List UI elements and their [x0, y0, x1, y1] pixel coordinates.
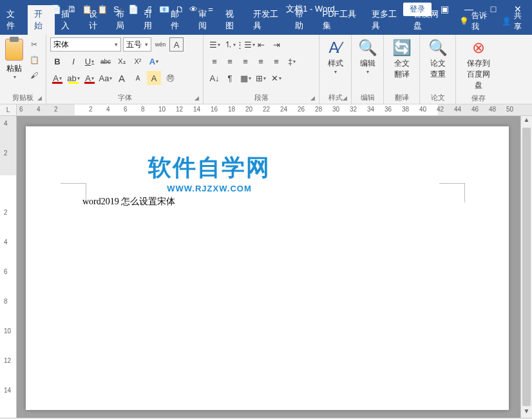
ruler-area: L 64224681012141618202224262830323436384… [0, 104, 532, 116]
sort-button[interactable]: A↓ [207, 71, 222, 85]
scroll-down-button[interactable]: ▼ [521, 407, 532, 418]
ruler-corner[interactable]: L [0, 104, 17, 116]
editing-group-label: 编辑 [356, 92, 379, 102]
shrink-font-button[interactable]: A [131, 71, 145, 85]
styles-icon: A⁄ [328, 39, 341, 57]
group-translate: 🔄 全文翻译 翻译 [384, 35, 420, 104]
watermark-url: WWW.RJZXW.COM [148, 184, 271, 193]
justify-button[interactable]: ≡ [254, 54, 268, 68]
document-page: 软件自学网 WWW.RJZXW.COM word2019 怎么设置宋体 [26, 126, 509, 410]
align-left-button[interactable]: ≡ [207, 54, 222, 68]
cut-button[interactable]: ✂ [27, 37, 41, 52]
styles-dialog-launcher[interactable]: ◢ [343, 95, 347, 101]
grow-font-button[interactable]: A [115, 71, 129, 85]
vertical-ruler[interactable]: 422468101214 [0, 116, 17, 418]
save-to-netdisk-button[interactable]: ⊗ 保存到百度网盘 [460, 37, 497, 92]
multilevel-list-button[interactable]: ⋮☰▾ [238, 37, 252, 52]
tab-help[interactable]: 帮助 [289, 5, 316, 35]
tab-developer[interactable]: 开发工具 [247, 5, 289, 35]
decrease-indent-button[interactable]: ⇤ [254, 37, 268, 52]
clipboard-dialog-launcher[interactable]: ◢ [37, 95, 42, 101]
group-paragraph: ☰▾ ⒈▾ ⋮☰▾ ⇤ ⇥ ≡ ≡ ≡ ≡ ≡ ‡▾ A↓ ¶ ▦▾ ⊞▾ ✕▾ [204, 35, 319, 104]
watermark-title: 软件自学网 [148, 152, 271, 184]
text-effects-button[interactable]: A▾ [147, 54, 161, 68]
clipboard-label: 剪贴板◢ [4, 92, 42, 102]
tab-references[interactable]: 引用 [137, 5, 165, 35]
watermark: 软件自学网 WWW.RJZXW.COM [148, 152, 271, 193]
borders-button[interactable]: ⊞▾ [254, 71, 268, 85]
phonetic-guide-button[interactable]: wén [153, 37, 167, 52]
document-viewport[interactable]: 软件自学网 WWW.RJZXW.COM word2019 怎么设置宋体 [17, 116, 520, 418]
show-marks-button[interactable]: ¶ [223, 71, 237, 85]
thesis-group-label: 论文 [424, 92, 451, 102]
paste-button[interactable]: 粘贴 ▾ [4, 37, 24, 81]
translate-button[interactable]: 🔄 全文翻译 [388, 37, 415, 81]
align-center-button[interactable]: ≡ [223, 54, 237, 68]
translate-group-label: 翻译 [388, 92, 415, 102]
font-color2-button[interactable]: A▾ [50, 71, 64, 85]
superscript-button[interactable]: X² [131, 54, 145, 68]
char-border-button[interactable]: A [169, 37, 184, 52]
tab-insert[interactable]: 插入 [55, 5, 82, 35]
font-group-label: 字体◢ [50, 92, 199, 102]
group-thesis: 🔍 论文查重 论文 [420, 35, 456, 104]
share-button[interactable]: 👤共享 [495, 8, 532, 35]
highlight-button[interactable]: ab▾ [66, 71, 81, 85]
tab-design[interactable]: 设计 [82, 5, 110, 35]
tab-baidu-netdisk[interactable]: 百度网盘 [407, 5, 449, 35]
thesis-icon: 🔍 [428, 39, 448, 57]
tab-pdf-tools[interactable]: PDF工具集 [316, 5, 365, 35]
tab-home[interactable]: 开始 [28, 5, 55, 35]
asian-layout-button[interactable]: ✕▾ [269, 71, 283, 85]
workspace: 422468101214 软件自学网 WWW.RJZXW.COM word201… [0, 116, 532, 418]
scroll-thumb[interactable] [522, 128, 531, 406]
ribbon: 粘贴 ▾ ✂ 📋 🖌 剪贴板◢ 宋体▾ 五号▾ wén A B I U▾ [0, 35, 532, 104]
copy-button[interactable]: 📋 [27, 53, 41, 67]
line-spacing-button[interactable]: ‡▾ [285, 54, 299, 68]
paragraph-group-label: 段落◢ [207, 92, 315, 102]
vertical-scrollbar[interactable]: ▲ ▼ [520, 116, 532, 418]
font-name-combo[interactable]: 宋体▾ [50, 37, 121, 52]
tab-view[interactable]: 视图 [219, 5, 247, 35]
group-clipboard: 粘贴 ▾ ✂ 📋 🖌 剪贴板◢ [0, 35, 46, 104]
netdisk-icon: ⊗ [472, 39, 485, 57]
tab-layout[interactable]: 布局 [109, 5, 137, 35]
font-dialog-launcher[interactable]: ◢ [195, 95, 199, 101]
change-case-button[interactable]: Aa▾ [99, 71, 113, 85]
document-text[interactable]: word2019 怎么设置宋体 [82, 196, 175, 208]
italic-button[interactable]: I [66, 54, 81, 68]
shading-button[interactable]: ▦▾ [238, 71, 252, 85]
paragraph-dialog-launcher[interactable]: ◢ [310, 95, 315, 101]
scroll-up-button[interactable]: ▲ [521, 116, 532, 126]
styles-button[interactable]: A⁄ 样式 ▾ [324, 37, 347, 76]
margin-marker-tr [439, 183, 465, 202]
align-right-button[interactable]: ≡ [238, 54, 252, 68]
tab-more-tools[interactable]: 更多工具 [365, 5, 407, 35]
enclose-char-button[interactable]: ㉄ [163, 71, 177, 85]
font-color-button[interactable]: A▾ [82, 71, 97, 85]
font-size-combo[interactable]: 五号▾ [123, 37, 151, 52]
subscript-button[interactable]: X₂ [115, 54, 129, 68]
format-painter-button[interactable]: 🖌 [27, 68, 41, 83]
increase-indent-button[interactable]: ⇥ [269, 37, 283, 52]
distributed-button[interactable]: ≡ [269, 54, 283, 68]
bold-button[interactable]: B [50, 54, 64, 68]
group-font: 宋体▾ 五号▾ wén A B I U▾ abc X₂ X² A▾ A▾ ab▾… [46, 35, 204, 104]
tab-review[interactable]: 审阅 [192, 5, 220, 35]
group-styles: A⁄ 样式 ▾ 样式◢ [319, 35, 352, 104]
editing-button[interactable]: 🔍 编辑 ▾ [354, 37, 381, 76]
tell-me-search[interactable]: 💡告诉我 [454, 8, 495, 35]
numbering-button[interactable]: ⒈▾ [223, 37, 237, 52]
group-editing: 🔍 编辑 ▾ 编辑 [352, 35, 384, 104]
thesis-check-button[interactable]: 🔍 论文查重 [424, 37, 451, 81]
tab-mailings[interactable]: 邮件 [164, 5, 192, 35]
horizontal-ruler[interactable]: 6422468101214161820222426283032343638404… [17, 104, 532, 116]
bullets-button[interactable]: ☰▾ [207, 37, 222, 52]
ribbon-tabs: 文件 开始 插入 设计 布局 引用 邮件 审阅 视图 开发工具 帮助 PDF工具… [0, 18, 532, 35]
tab-file[interactable]: 文件 [0, 5, 28, 35]
styles-group-label: 样式◢ [323, 92, 347, 102]
underline-button[interactable]: U▾ [82, 54, 97, 68]
strikethrough-button[interactable]: abc [99, 54, 113, 68]
char-shading-button[interactable]: A [147, 71, 161, 85]
paste-label: 粘贴 [6, 63, 22, 74]
